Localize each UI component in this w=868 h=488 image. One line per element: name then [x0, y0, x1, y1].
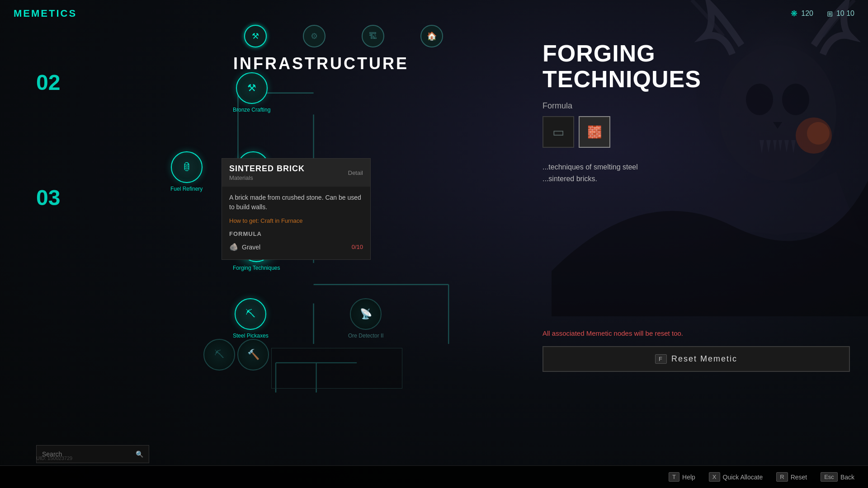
reset-key: R	[776, 472, 788, 482]
node-bottom-2[interactable]: 🔨	[237, 339, 269, 371]
tooltip-formula-label: FORMULA	[229, 230, 363, 237]
reset-memetic-button[interactable]: F Reset Memetic	[542, 346, 850, 372]
node-label-bronze-crafting: Bronze Crafting	[233, 107, 270, 113]
reset-btn-label: Reset Memetic	[671, 354, 737, 364]
node-circle-bottom-1[interactable]: ⛏	[203, 339, 235, 371]
tooltip-name: SINTERED BRICK	[229, 164, 305, 174]
quick-allocate-key: X	[709, 472, 720, 482]
bottom-action-help[interactable]: T Help	[669, 472, 695, 482]
top-icon-4[interactable]: 🏠	[420, 25, 443, 47]
node-ore-detector[interactable]: 📡 Ore Detector II	[348, 298, 384, 339]
crystals-value: 120	[801, 9, 813, 18]
header: MEMETICS ❋ 120 ⊞ 10 10	[0, 0, 868, 27]
tooltip-ingredient-left: 🪨 Gravel	[229, 243, 260, 251]
top-icon-circle-2[interactable]: ⚙	[303, 25, 326, 47]
app-title: MEMETICS	[14, 8, 77, 19]
node-circle-bronze-crafting[interactable]: ⚒	[236, 72, 268, 104]
tooltip-how-to-get: How to get: Craft in Furnace	[229, 217, 363, 224]
header-stats: ❋ 120 ⊞ 10 10	[791, 9, 854, 19]
tooltip-detail-button[interactable]: Detail	[348, 169, 363, 176]
gravel-icon: 🪨	[229, 243, 238, 251]
crystals-icon: ❋	[791, 9, 797, 19]
help-key: T	[669, 472, 679, 482]
top-icons-row: ⚒ ⚙ 🏗 🏠	[136, 25, 552, 47]
node-label-steel-pickaxes: Steel Pickaxes	[233, 333, 269, 339]
stat-crystals: ❋ 120	[791, 9, 813, 19]
reset-label: Reset	[791, 474, 807, 481]
tooltip-type: Materials	[229, 174, 305, 181]
top-icon-1[interactable]: ⚒	[244, 25, 267, 47]
node-icon-bottom-2: 🔨	[247, 349, 259, 361]
formula-items: ▭ 🧱	[542, 116, 850, 148]
top-icon-circle-3[interactable]: 🏗	[362, 25, 384, 47]
panel-title: FORGINGTECHNIQUES	[542, 41, 850, 92]
bottom-action-back[interactable]: Esc Back	[821, 472, 854, 482]
node-circle-bottom-2[interactable]: 🔨	[237, 339, 269, 371]
node-bottom-1[interactable]: ⛏	[203, 339, 235, 371]
bottom-bar: T Help X Quick Allocate R Reset Esc Back	[0, 465, 868, 488]
bottom-action-reset[interactable]: R Reset	[776, 472, 807, 482]
tooltip-body: A brick made from crushed stone. Can be …	[222, 187, 370, 259]
ingredient-count: 0/10	[352, 244, 363, 250]
node-steel-pickaxes[interactable]: ⛏ Steel Pickaxes	[233, 298, 269, 339]
node-circle-ore-detector[interactable]: 📡	[350, 298, 382, 330]
formula-item-2[interactable]: 🧱	[579, 116, 610, 148]
top-icon-3[interactable]: 🏗	[362, 25, 384, 47]
quick-allocate-label: Quick Allocate	[723, 474, 763, 481]
tokens-value: 10 10	[836, 9, 854, 18]
node-icon-fuel-refinery: 🛢	[182, 161, 192, 173]
top-icon-circle-1[interactable]: ⚒	[244, 25, 267, 47]
reset-key-badge: F	[655, 354, 667, 364]
node-circle-steel-pickaxes[interactable]: ⛏	[235, 298, 266, 330]
node-label-forging-techniques: Forging Techniques	[233, 265, 280, 271]
node-icon-ore-detector: 📡	[360, 308, 372, 320]
formula-item-icon-1: ▭	[552, 125, 564, 140]
tooltip-popup: SINTERED BRICK Materials Detail A brick …	[222, 158, 371, 260]
bottom-action-quick-allocate[interactable]: X Quick Allocate	[709, 472, 763, 482]
search-icon: 🔍	[136, 450, 143, 458]
node-fuel-refinery[interactable]: 🛢 Fuel Refinery	[170, 151, 203, 192]
back-label: Back	[840, 474, 854, 481]
node-icon-steel-pickaxes: ⛏	[245, 308, 255, 320]
panel-description: ...techniques of smelting steel...sinter…	[542, 161, 850, 184]
reset-warning: All associated Memetic nodes will be res…	[542, 329, 850, 337]
section-title: INFRASTRUCTURE	[90, 54, 552, 73]
stat-tokens: ⊞ 10 10	[827, 9, 854, 18]
tooltip-header-info: SINTERED BRICK Materials	[229, 164, 305, 181]
node-bronze-crafting[interactable]: ⚒ Bronze Crafting	[233, 72, 270, 113]
formula-item-icon-2: 🧱	[587, 125, 602, 139]
tokens-icon: ⊞	[827, 9, 833, 18]
node-label-fuel-refinery: Fuel Refinery	[170, 186, 203, 192]
bottom-box	[271, 348, 402, 389]
tooltip-ingredient-gravel: 🪨 Gravel 0/10	[229, 241, 363, 253]
top-icon-circle-4[interactable]: 🏠	[420, 25, 443, 47]
formula-label: Formula	[542, 101, 850, 111]
tooltip-header: SINTERED BRICK Materials Detail	[222, 159, 370, 187]
uid-label: UID: 150023729	[36, 455, 72, 461]
right-panel: FORGINGTECHNIQUES Formula ▭ 🧱 ...techniq…	[524, 27, 868, 461]
node-icon-bronze-crafting: ⚒	[247, 82, 256, 94]
node-label-ore-detector: Ore Detector II	[348, 333, 384, 339]
node-circle-fuel-refinery[interactable]: 🛢	[171, 151, 203, 183]
help-label: Help	[682, 474, 695, 481]
formula-item-1[interactable]: ▭	[542, 116, 574, 148]
tooltip-description: A brick made from crushed stone. Can be …	[229, 193, 363, 212]
ingredient-name: Gravel	[242, 244, 260, 251]
node-icon-bottom-1: ⛏	[214, 349, 224, 361]
back-key: Esc	[821, 472, 838, 482]
top-icon-2[interactable]: ⚙	[303, 25, 326, 47]
